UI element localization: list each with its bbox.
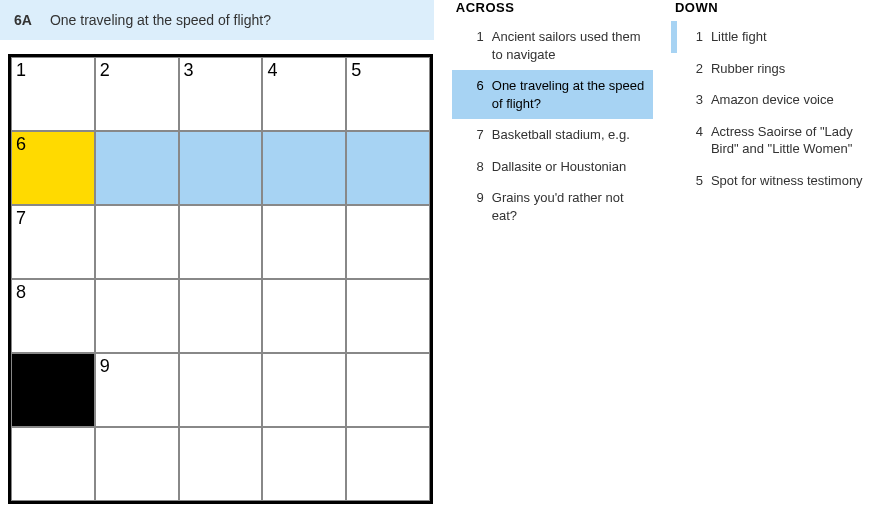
grid-cell[interactable] bbox=[179, 131, 263, 205]
cell-number: 6 bbox=[16, 134, 26, 155]
grid-cell[interactable] bbox=[179, 205, 263, 279]
grid-cell[interactable] bbox=[179, 427, 263, 501]
grid-cell[interactable]: 8 bbox=[11, 279, 95, 353]
clue-number: 3 bbox=[683, 91, 703, 109]
clue-number: 1 bbox=[683, 28, 703, 46]
grid-cell[interactable] bbox=[262, 205, 346, 279]
clue-text: One traveling at the speed of flight? bbox=[492, 77, 645, 112]
grid-cell[interactable] bbox=[346, 353, 430, 427]
clue-number: 9 bbox=[464, 189, 484, 224]
clue-item[interactable]: 3Amazon device voice bbox=[671, 84, 872, 116]
grid-cell[interactable]: 9 bbox=[95, 353, 179, 427]
grid-cell[interactable]: 4 bbox=[262, 57, 346, 131]
grid-cell[interactable]: 1 bbox=[11, 57, 95, 131]
across-heading: ACROSS bbox=[452, 0, 653, 21]
across-clue-list[interactable]: 1Ancient sailors used them to navigate6O… bbox=[452, 21, 653, 505]
crossword-grid[interactable]: 123456789 bbox=[8, 54, 433, 504]
current-clue-number: 6A bbox=[14, 12, 32, 28]
clue-text: Ancient sailors used them to navigate bbox=[492, 28, 645, 63]
cell-number: 4 bbox=[267, 60, 277, 81]
grid-cell[interactable] bbox=[346, 427, 430, 501]
grid-cell[interactable] bbox=[11, 427, 95, 501]
grid-cell[interactable]: 6 bbox=[11, 131, 95, 205]
down-heading: DOWN bbox=[671, 0, 872, 21]
clue-text: Amazon device voice bbox=[711, 91, 864, 109]
grid-cell[interactable]: 3 bbox=[179, 57, 263, 131]
cell-number: 5 bbox=[351, 60, 361, 81]
down-column: DOWN 1Little fight2Rubber rings3Amazon d… bbox=[671, 0, 872, 505]
grid-cell[interactable] bbox=[262, 427, 346, 501]
grid-cell[interactable] bbox=[179, 279, 263, 353]
down-clue-list[interactable]: 1Little fight2Rubber rings3Amazon device… bbox=[671, 21, 872, 505]
clue-text: Little fight bbox=[711, 28, 864, 46]
clue-number: 4 bbox=[683, 123, 703, 158]
grid-cell[interactable] bbox=[95, 131, 179, 205]
grid-cell[interactable] bbox=[346, 279, 430, 353]
cell-number: 9 bbox=[100, 356, 110, 377]
clue-item[interactable]: 4Actress Saoirse of "Lady Bird" and "Lit… bbox=[671, 116, 872, 165]
grid-cell[interactable] bbox=[346, 205, 430, 279]
clue-text: Grains you'd rather not eat? bbox=[492, 189, 645, 224]
clue-item[interactable]: 5Spot for witness testimony bbox=[671, 165, 872, 197]
clue-text: Rubber rings bbox=[711, 60, 864, 78]
across-column: ACROSS 1Ancient sailors used them to nav… bbox=[452, 0, 653, 505]
clue-item[interactable]: 9Grains you'd rather not eat? bbox=[452, 182, 653, 231]
grid-cell[interactable] bbox=[262, 279, 346, 353]
grid-cell[interactable]: 5 bbox=[346, 57, 430, 131]
grid-cell[interactable] bbox=[95, 427, 179, 501]
grid-cell[interactable] bbox=[179, 353, 263, 427]
cell-number: 1 bbox=[16, 60, 26, 81]
grid-cell[interactable] bbox=[346, 131, 430, 205]
grid-cell[interactable]: 2 bbox=[95, 57, 179, 131]
cell-number: 8 bbox=[16, 282, 26, 303]
clue-item[interactable]: 1Ancient sailors used them to navigate bbox=[452, 21, 653, 70]
current-clue-text: One traveling at the speed of flight? bbox=[50, 12, 271, 28]
clue-item[interactable]: 1Little fight bbox=[671, 21, 872, 53]
clue-number: 7 bbox=[464, 126, 484, 144]
clue-number: 5 bbox=[683, 172, 703, 190]
grid-cell[interactable] bbox=[262, 131, 346, 205]
grid-cell[interactable] bbox=[95, 205, 179, 279]
clue-number: 1 bbox=[464, 28, 484, 63]
clue-text: Dallasite or Houstonian bbox=[492, 158, 645, 176]
clue-text: Actress Saoirse of "Lady Bird" and "Litt… bbox=[711, 123, 864, 158]
current-clue-bar: 6A One traveling at the speed of flight? bbox=[0, 0, 434, 40]
clue-item[interactable]: 6One traveling at the speed of flight? bbox=[452, 70, 653, 119]
cell-number: 2 bbox=[100, 60, 110, 81]
clue-item[interactable]: 8Dallasite or Houstonian bbox=[452, 151, 653, 183]
clue-text: Spot for witness testimony bbox=[711, 172, 864, 190]
cell-number: 3 bbox=[184, 60, 194, 81]
cell-number: 7 bbox=[16, 208, 26, 229]
clue-item[interactable]: 2Rubber rings bbox=[671, 53, 872, 85]
grid-cell[interactable] bbox=[95, 279, 179, 353]
clue-item[interactable]: 7Basketball stadium, e.g. bbox=[452, 119, 653, 151]
clue-number: 8 bbox=[464, 158, 484, 176]
grid-cell bbox=[11, 353, 95, 427]
clue-number: 6 bbox=[464, 77, 484, 112]
grid-cell[interactable]: 7 bbox=[11, 205, 95, 279]
clue-number: 2 bbox=[683, 60, 703, 78]
grid-cell[interactable] bbox=[262, 353, 346, 427]
clue-text: Basketball stadium, e.g. bbox=[492, 126, 645, 144]
